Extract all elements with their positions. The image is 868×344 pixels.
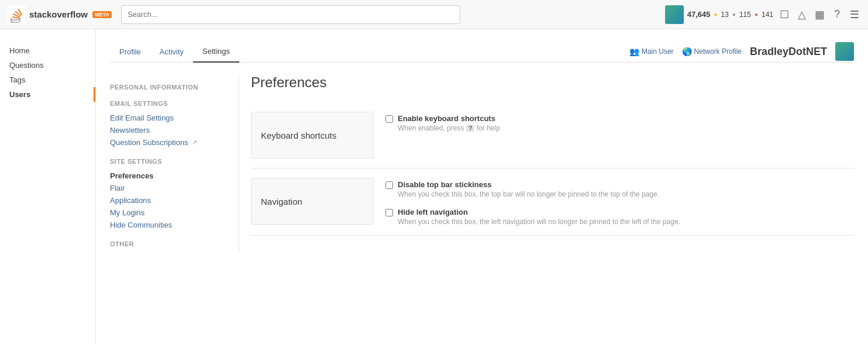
site-settings-title: SITE SETTINGS <box>110 158 227 165</box>
settings-wrap: PERSONAL INFORMATION EMAIL SETTINGS Edit… <box>110 74 854 252</box>
profile-username: BradleyDotNET <box>750 46 827 58</box>
keyboard-shortcuts-options: Enable keyboard shortcuts When enabled, … <box>385 112 854 132</box>
keyboard-shortcut-option-desc: When enabled, press ? for help <box>398 124 500 132</box>
main-user-link[interactable]: 👥 Main User <box>629 47 674 56</box>
question-subscriptions-row: Question Subscriptions ↗ <box>110 136 227 149</box>
help-icon[interactable]: ? <box>831 8 843 21</box>
silver-dot: ● <box>732 11 736 18</box>
navigation-row: Navigation Disable top bar stickiness Wh… <box>251 168 854 236</box>
profile-avatar <box>835 42 854 61</box>
preferences-link[interactable]: Preferences <box>110 170 227 182</box>
newsletters-link[interactable]: Newsletters <box>110 124 227 136</box>
disable-topbar-option: Disable top bar stickiness When you chec… <box>385 180 854 198</box>
main-sidebar: Home Questions Tags Users <box>0 29 96 344</box>
external-link-icon: ↗ <box>192 139 197 146</box>
settings-nav: PERSONAL INFORMATION EMAIL SETTINGS Edit… <box>110 74 239 252</box>
tab-activity[interactable]: Activity <box>150 42 193 62</box>
stackoverflow-logo-icon <box>7 5 26 24</box>
bronze-dot: ● <box>755 11 758 18</box>
meta-badge: META <box>92 11 112 18</box>
network-profile-link[interactable]: 🌎 Network Profile <box>682 47 742 56</box>
profile-header-right: 👥 Main User 🌎 Network Profile BradleyDot… <box>629 42 854 61</box>
personal-info-title: PERSONAL INFORMATION <box>110 84 227 91</box>
gold-dot: ● <box>714 11 717 18</box>
hide-left-nav-label: Hide left navigation <box>398 208 680 216</box>
hide-left-nav-option: Hide left navigation When you check this… <box>385 208 854 226</box>
disable-topbar-desc: When you check this box, the top bar wil… <box>398 190 659 198</box>
disable-topbar-checkbox[interactable] <box>385 181 393 189</box>
search-input[interactable] <box>121 5 460 24</box>
sidebar-item-questions[interactable]: Questions <box>0 58 95 73</box>
enable-keyboard-shortcuts-checkbox[interactable] <box>385 115 393 123</box>
applications-link[interactable]: Applications <box>110 194 227 207</box>
navigation-label: Navigation <box>261 197 302 207</box>
keyboard-shortcut-option-label: Enable keyboard shortcuts <box>398 114 500 123</box>
avatar <box>665 5 684 24</box>
chat-icon[interactable]: ☰ <box>848 8 861 21</box>
inbox-icon[interactable]: ☐ <box>778 8 791 21</box>
sidebar-item-users[interactable]: Users <box>0 87 95 102</box>
silver-count: 115 <box>739 11 751 19</box>
keyboard-shortcuts-row: Keyboard shortcuts Enable keyboard short… <box>251 102 854 168</box>
preferences-title: Preferences <box>251 74 854 91</box>
navigation-options: Disable top bar stickiness When you chec… <box>385 178 854 226</box>
svg-rect-0 <box>7 5 26 24</box>
other-title: OTHER <box>110 240 227 247</box>
hide-left-nav-checkbox[interactable] <box>385 209 393 216</box>
settings-content: Preferences Keyboard shortcuts Enable ke… <box>239 74 854 252</box>
network-profile-label: Network Profile <box>694 47 742 56</box>
question-mark-badge: ? <box>466 125 475 132</box>
email-settings-title: EMAIL SETTINGS <box>110 100 227 107</box>
hide-left-nav-desc: When you check this box, the left naviga… <box>398 218 680 226</box>
logo-area: stackoverflow META <box>7 5 112 24</box>
enable-keyboard-shortcuts-option: Enable keyboard shortcuts When enabled, … <box>385 114 854 132</box>
rep-score: 47,645 <box>687 10 711 19</box>
page-wrap: Home Questions Tags Users Profile Activi… <box>0 29 868 344</box>
navigation-card: Navigation <box>251 178 374 225</box>
tab-profile[interactable]: Profile <box>110 42 150 62</box>
main-content: Profile Activity Settings 👥 Main User 🌎 … <box>96 29 868 344</box>
main-header: stackoverflow META 47,645 ● 13 ● 115 ● 1… <box>0 0 868 29</box>
user-info: 47,645 ● 13 ● 115 ● 141 <box>665 5 773 24</box>
keyboard-shortcut-text: Enable keyboard shortcuts When enabled, … <box>398 114 500 132</box>
sidebar-item-tags[interactable]: Tags <box>0 73 95 87</box>
disable-topbar-text: Disable top bar stickiness When you chec… <box>398 180 659 198</box>
tab-settings[interactable]: Settings <box>193 41 239 63</box>
disable-topbar-label: Disable top bar stickiness <box>398 180 659 189</box>
flair-link[interactable]: Flair <box>110 182 227 194</box>
header-right: 47,645 ● 13 ● 115 ● 141 ☐ △ ▦ ? ☰ <box>665 5 861 24</box>
sidebar-item-home[interactable]: Home <box>0 43 95 58</box>
bronze-count: 141 <box>762 11 773 19</box>
question-subscriptions-link[interactable]: Question Subscriptions <box>110 136 188 149</box>
achievements-icon[interactable]: △ <box>795 8 808 21</box>
edit-email-settings-link[interactable]: Edit Email Settings <box>110 112 227 124</box>
main-user-icon: 👥 <box>629 47 639 56</box>
network-icon: 🌎 <box>682 47 692 56</box>
my-logins-link[interactable]: My Logins <box>110 207 227 219</box>
keyboard-shortcuts-label: Keyboard shortcuts <box>261 130 336 140</box>
hide-communities-link[interactable]: Hide Communities <box>110 219 227 231</box>
logo-text: stackoverflow <box>29 9 88 19</box>
main-user-label: Main User <box>642 47 674 56</box>
profile-tabs: Profile Activity Settings 👥 Main User 🌎 … <box>110 41 854 63</box>
hide-left-nav-text: Hide left navigation When you check this… <box>398 208 680 226</box>
gold-count: 13 <box>721 11 728 19</box>
keyboard-shortcuts-card: Keyboard shortcuts <box>251 112 374 159</box>
review-icon[interactable]: ▦ <box>813 8 826 21</box>
